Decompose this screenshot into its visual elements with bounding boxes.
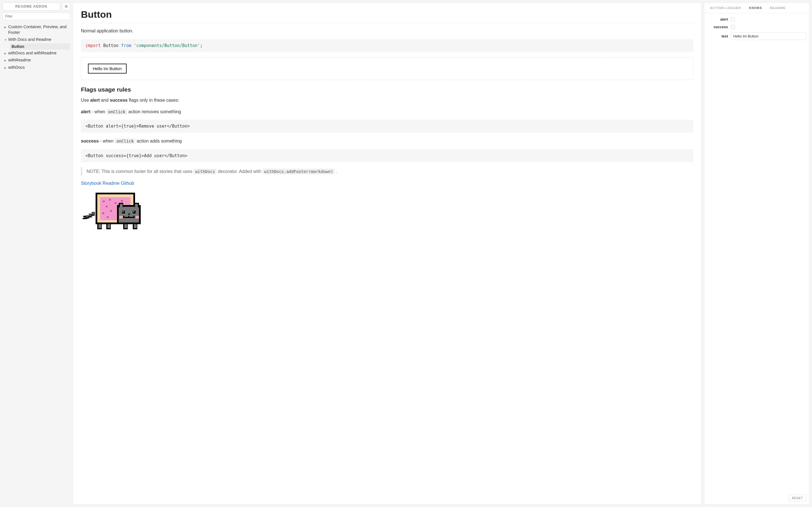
preview-button[interactable]: Hello Im Button [88,64,126,73]
tree-story-button[interactable]: Button [10,43,70,50]
svg-rect-19 [107,216,109,218]
svg-rect-27 [135,204,138,207]
flags-intro: Use alert and success flags only in thes… [81,97,693,104]
svg-rect-16 [121,200,123,202]
flags-heading: Flags usage rules [81,86,693,93]
svg-rect-38 [136,216,139,219]
svg-rect-18 [110,210,112,212]
svg-rect-13 [109,199,111,201]
text: Use [81,98,90,103]
addons-tabs: ACTION LOGGER KNOBS README [704,3,809,13]
tree-item-withdocs[interactable]: ▶ withDocs [4,64,70,71]
knob-checkbox-success[interactable] [731,25,735,29]
svg-rect-8 [91,215,94,216]
chevron-down-icon: ▼ [4,38,8,42]
text: action adds something [135,138,182,144]
svg-rect-32 [128,214,130,215]
text-bold: success [110,98,128,103]
code-token: ; [200,43,202,48]
stories-tree: ▶ Custom Container, Preview, and Footer … [4,23,70,71]
tree-item-withdocs-and-withreadme[interactable]: ▶ withDocs and withReadme [4,50,70,57]
brand-button[interactable]: README ADDON [3,3,60,10]
text: action removes something [127,109,181,114]
nyan-cat-image [81,190,151,235]
alert-rule: alert - when onClick action removes some… [81,108,693,115]
svg-rect-29 [123,211,123,212]
knob-label-text: text [707,34,728,38]
svg-rect-36 [133,216,135,217]
inline-code: onClick [115,138,135,144]
tree-item-label: With Docs and Readme [8,37,68,43]
code-import: import Button from 'components/Button/Bu… [81,39,693,52]
inline-code: onClick [107,109,127,115]
svg-rect-35 [128,216,130,217]
text: - when [99,138,115,144]
svg-rect-42 [107,224,110,228]
svg-rect-34 [123,216,124,217]
code-alert: <Button alert={true}>Remove user</Button… [81,120,693,133]
sidebar: README ADDON ⌘ ▶ Custom Container, Previ… [3,3,70,504]
chevron-right-icon: ▶ [4,66,8,70]
tree-item-custom-container[interactable]: ▶ Custom Container, Preview, and Footer [4,23,70,36]
svg-rect-7 [88,216,91,217]
svg-rect-14 [106,206,107,207]
text: - when [91,109,107,114]
filter-input[interactable] [3,13,70,20]
text: . [335,169,337,174]
chevron-right-icon: ▶ [4,59,8,62]
knob-input-text[interactable] [731,33,806,40]
doc-title: Button [81,9,693,23]
svg-rect-6 [86,217,88,219]
tree-item-label: Custom Container, Preview, and Footer [8,24,68,35]
code-token: 'components/Button/Button' [134,43,200,48]
tab-readme[interactable]: README [766,3,790,13]
chevron-right-icon: ▶ [4,52,8,55]
tab-action-logger[interactable]: ACTION LOGGER [706,3,745,13]
text-bold: alert [90,98,100,103]
tree-item-withreadme[interactable]: ▶ withReadme [4,57,70,64]
text: decorator. Added with [216,169,262,174]
svg-rect-40 [98,224,101,228]
svg-rect-12 [103,201,105,202]
reset-button[interactable]: RESET [789,495,806,501]
tab-knobs[interactable]: KNOBS [745,3,766,13]
code-token: import [86,43,101,48]
github-link[interactable]: Storybook Readme Github [81,181,134,186]
code-success: <Button success={true}>Add user</Button> [81,149,693,162]
success-rule: success - when onClick action adds somet… [81,138,693,145]
doc-subtitle: Normal application button. [81,27,693,35]
text: and [100,98,110,103]
svg-rect-46 [134,224,137,228]
code-token: Button [103,43,118,48]
knob-label-success: success [707,25,728,29]
text: flags only in these cases: [128,98,179,103]
svg-rect-44 [124,224,127,228]
knob-checkbox-alert[interactable] [731,17,735,21]
svg-rect-31 [133,211,134,212]
svg-rect-17 [102,212,104,214]
addons-panel: ACTION LOGGER KNOBS README alert success… [704,3,809,504]
tree-item-with-docs-and-readme[interactable]: ▼ With Docs and Readme [4,36,70,43]
chevron-right-icon: ▶ [4,25,8,29]
inline-code: withDocs [193,169,216,174]
tree-item-label: withDocs and withReadme [8,50,68,56]
tree-item-label: withDocs [8,65,68,70]
text-bold: success [81,138,99,144]
inline-code: withDocs.addFooter(markdown) [262,169,335,174]
knobs-form: alert success text [704,13,809,46]
main-preview: Button Normal application button. import… [73,3,702,504]
knob-label-alert: alert [707,17,728,21]
code-token: from [121,43,131,48]
text: NOTE: This is common footer for all stor… [87,169,193,174]
shortcuts-button[interactable]: ⌘ [62,3,70,10]
preview-box: Hello Im Button [81,57,693,80]
tree-item-label: withReadme [8,57,68,63]
text-bold: alert [81,109,91,114]
svg-rect-25 [120,204,123,207]
footer-note: NOTE: This is common footer for all stor… [81,167,693,176]
svg-rect-37 [119,216,123,219]
svg-rect-15 [115,202,116,204]
